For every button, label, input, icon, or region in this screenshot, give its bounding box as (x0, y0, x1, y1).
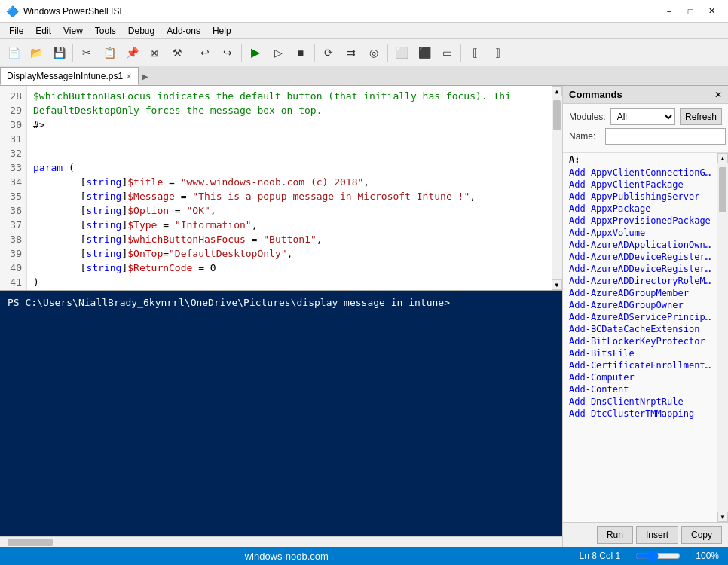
debug2-button[interactable]: ⇉ (341, 42, 362, 63)
title-bar: 🔷 Windows PowerShell ISE − □ ✕ (0, 0, 728, 23)
vscroll-down[interactable]: ▼ (552, 279, 562, 290)
toolbar: 📄 📂 💾 ✂ 📋 📌 ⊠ ⚒ ↩ ↪ ▶ ▷ ■ ⟳ ⇉ ◎ ⬜ ⬛ ▭ ⟦ … (0, 39, 728, 66)
cmd-vscroll-track (717, 163, 728, 512)
list-item[interactable]: Add-AppxProvisionedPackage (563, 215, 717, 227)
stop-button[interactable]: ■ (290, 42, 311, 63)
pane2-button[interactable]: ⬛ (414, 42, 435, 63)
run-cmd-button[interactable]: Run (597, 526, 633, 544)
code-line (33, 146, 546, 160)
debug1-button[interactable]: ⟳ (318, 42, 339, 63)
list-item[interactable]: Add-AzureADDeviceRegisteredUser (563, 263, 717, 275)
name-input[interactable] (605, 128, 726, 145)
undo-button[interactable]: ↩ (194, 42, 216, 63)
code-line: DefaultDesktopOnly forces the message bo… (33, 103, 546, 118)
zoom-level: 100% (696, 551, 719, 561)
menu-item-debug[interactable]: Debug (122, 24, 161, 38)
terminal-hscroll-thumb[interactable] (8, 539, 53, 546)
app-icon: 🔷 (6, 5, 19, 17)
list-item[interactable]: Add-Computer (563, 371, 717, 383)
vscroll-track (552, 96, 562, 279)
cut-button[interactable]: ✂ (76, 42, 97, 63)
run-button[interactable]: ▶ (245, 42, 266, 63)
redo-button[interactable]: ↪ (217, 42, 238, 63)
list-item[interactable]: Add-BitLockerKeyProtector (563, 335, 717, 347)
list-item[interactable]: Add-AzureADServicePrincipalOwner (563, 311, 717, 323)
modules-select[interactable]: All (610, 108, 675, 125)
addon2-button[interactable]: ⟧ (487, 42, 508, 63)
list-item[interactable]: Add-AppxVolume (563, 227, 717, 239)
tab-label: DisplayMessageInIntune.ps1 (7, 71, 123, 81)
minimize-button[interactable]: − (659, 4, 680, 19)
code-line: [string]$whichButtonHasFocus = "Button1"… (33, 232, 546, 246)
list-item[interactable]: Add-AzureADApplicationOwner (563, 239, 717, 251)
code-content[interactable]: $whichButtonHasFocus indicates the defau… (27, 86, 552, 290)
cmd-vscroll[interactable]: ▲ ▼ (717, 153, 728, 522)
open-button[interactable]: 📂 (26, 42, 47, 63)
cursor-position: Ln 8 Col 1 (580, 551, 621, 561)
cmd-section-header: A: (563, 153, 717, 166)
menu-item-tools[interactable]: Tools (89, 24, 122, 38)
clear-button[interactable]: ⊠ (144, 42, 165, 63)
list-item[interactable]: Add-BCDataCacheExtension (563, 323, 717, 335)
list-item[interactable]: Add-CertificateEnrollmentPolicySer (563, 359, 717, 371)
list-item[interactable]: Add-AzureADGroupMember (563, 287, 717, 299)
list-item[interactable]: Add-AppvClientPackage (563, 179, 717, 191)
list-item[interactable]: Add-AzureADDirectoryRoleMember (563, 275, 717, 287)
script-vscroll[interactable]: ▲ ▼ (552, 86, 562, 290)
script-editor[interactable]: 282930313233343536373839404142434445 $wh… (0, 86, 562, 291)
script-tab[interactable]: DisplayMessageInIntune.ps1 ✕ (0, 67, 139, 85)
run-selection-button[interactable]: ▷ (268, 42, 289, 63)
cmd-vscroll-up[interactable]: ▲ (717, 153, 728, 163)
menu-item-edit[interactable]: Edit (29, 24, 57, 38)
list-item[interactable]: Add-AppvClientConnectionGroup (563, 166, 717, 179)
window-title: Windows PowerShell ISE (23, 6, 659, 17)
list-item[interactable]: Add-AppvPublishingServer (563, 191, 717, 203)
addon1-button[interactable]: ⟦ (464, 42, 485, 63)
commands-title: Commands (569, 89, 622, 100)
vscroll-up[interactable]: ▲ (552, 86, 562, 96)
code-line (33, 132, 546, 146)
line-numbers: 282930313233343536373839404142434445 (0, 86, 27, 290)
insert-cmd-button[interactable]: Insert (636, 526, 678, 544)
list-item[interactable]: Add-AzureADDeviceRegisteredOwne (563, 251, 717, 263)
cmd-vscroll-thumb[interactable] (719, 167, 726, 212)
menu-bar: FileEditViewToolsDebugAdd-onsHelp (0, 23, 728, 39)
cmd-items-container: Add-AppvClientConnectionGroupAdd-AppvCli… (563, 166, 717, 420)
menu-item-file[interactable]: File (3, 24, 29, 38)
zoom-slider[interactable] (635, 553, 681, 559)
commands-panel: Commands ✕ Modules: All Refresh Name: A:… (562, 86, 728, 547)
copy-cmd-button[interactable]: Copy (681, 526, 722, 544)
list-item[interactable]: Add-AzureADGroupOwner (563, 299, 717, 311)
commands-close-button[interactable]: ✕ (714, 90, 722, 100)
pane3-button[interactable]: ▭ (436, 42, 457, 63)
code-line: [string]$Message = "This is a popup mess… (33, 189, 546, 203)
name-label: Name: (569, 131, 601, 142)
pane1-button[interactable]: ⬜ (391, 42, 412, 63)
menu-item-help[interactable]: Help (206, 24, 237, 38)
list-item[interactable]: Add-DnsClientNrptRule (563, 396, 717, 408)
terminal-hscroll[interactable] (0, 536, 562, 547)
tab-scroll-right[interactable]: ▶ (139, 67, 152, 85)
vscroll-thumb[interactable] (553, 100, 561, 130)
maximize-button[interactable]: □ (680, 4, 701, 19)
code-line: [string]$OnTop="DefaultDesktopOnly", (33, 246, 546, 261)
menu-item-view[interactable]: View (57, 24, 89, 38)
save-button[interactable]: 💾 (48, 42, 69, 63)
list-item[interactable]: Add-DtcClusterTMMapping (563, 408, 717, 420)
refresh-button[interactable]: Refresh (680, 108, 722, 125)
copy-button[interactable]: 📋 (99, 42, 120, 63)
code-line: param ( (33, 160, 546, 175)
close-button[interactable]: ✕ (701, 4, 722, 19)
cmd-vscroll-down[interactable]: ▼ (717, 512, 728, 522)
menu-item-add-ons[interactable]: Add-ons (161, 24, 206, 38)
terminal-pane[interactable]: PS C:\Users\NiallBrady_6kynrrl\OneDrive\… (0, 291, 562, 536)
list-item[interactable]: Add-BitsFile (563, 347, 717, 359)
list-item[interactable]: Add-AppxPackage (563, 203, 717, 215)
modules-label: Modules: (569, 111, 606, 122)
paste-button[interactable]: 📌 (121, 42, 142, 63)
breakpoint-button[interactable]: ◎ (363, 42, 384, 63)
tab-close-icon[interactable]: ✕ (126, 72, 132, 81)
new-button[interactable]: 📄 (3, 42, 24, 63)
list-item[interactable]: Add-Content (563, 383, 717, 396)
mark-button[interactable]: ⚒ (167, 42, 188, 63)
